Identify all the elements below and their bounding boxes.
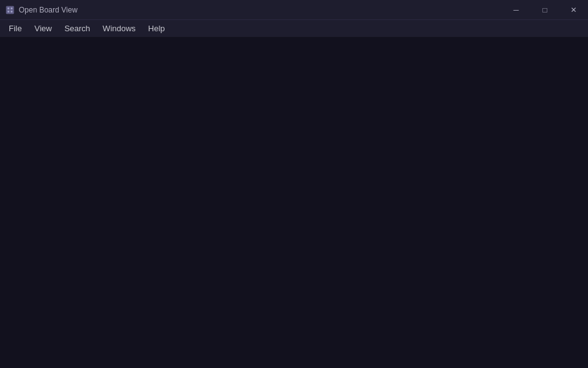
menu-bar: File View Search Windows Help — [0, 20, 588, 37]
svg-rect-4 — [11, 11, 13, 12]
close-button[interactable]: ✕ — [559, 0, 588, 20]
maximize-button[interactable]: □ — [530, 0, 559, 20]
svg-rect-1 — [8, 7, 9, 9]
menu-item-file[interactable]: File — [3, 21, 28, 36]
minimize-button[interactable]: ─ — [502, 0, 530, 20]
main-content-area — [0, 37, 588, 368]
title-bar-left: Open Board View — [5, 5, 78, 15]
svg-rect-2 — [11, 7, 13, 9]
window-controls: ─ □ ✕ — [502, 0, 588, 20]
menu-item-help[interactable]: Help — [142, 21, 171, 36]
menu-item-view[interactable]: View — [28, 21, 58, 36]
menu-item-windows[interactable]: Windows — [96, 21, 142, 36]
svg-rect-0 — [6, 6, 14, 14]
window-title: Open Board View — [19, 6, 78, 14]
svg-rect-3 — [8, 11, 9, 12]
app-icon — [5, 5, 15, 15]
title-bar: Open Board View ─ □ ✕ — [0, 0, 588, 20]
menu-item-search[interactable]: Search — [58, 21, 96, 36]
